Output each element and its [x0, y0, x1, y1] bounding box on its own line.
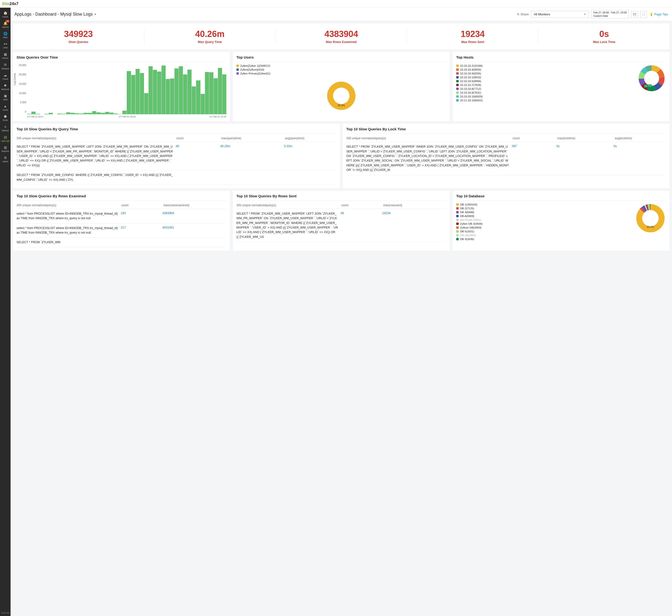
metric-link[interactable]: 46 — [341, 211, 382, 239]
aws-icon: ▣ — [0, 94, 11, 98]
settings-icon[interactable] — [640, 11, 647, 18]
nav-home[interactable]: 🏠Home — [0, 9, 11, 19]
share-icon: ↻ — [517, 12, 520, 16]
legend-item[interactable]: DB 3(2636) — [456, 237, 632, 241]
cloud-icon: ☁ — [0, 73, 11, 77]
legend-item[interactable]: 10.10.10.2(10186) — [456, 64, 635, 68]
widget-title: Top 10 Slow Queries By Rows Examined — [17, 194, 226, 201]
legend-item[interactable]: Zylker Primary[Zylker](1) — [236, 72, 446, 75]
legend-item[interactable]: 10.11.10.10(6922) — [456, 98, 635, 102]
nav-server[interactable]: ▦Server — [0, 50, 11, 61]
legend-item[interactable]: 10.10.10.5(8994) — [456, 79, 635, 83]
page-title[interactable]: AppLogs - Dashboard - Mysql Slow Logs ▼ — [14, 12, 515, 17]
calendar-icon[interactable] — [631, 11, 638, 18]
metric-link[interactable]: 4383904 — [162, 211, 225, 221]
metric-link[interactable]: 397 — [512, 145, 557, 172]
table-body[interactable]: select * from PROCESSLIST where ID=INNOD… — [17, 209, 226, 248]
widget-by-rows-sent: Top 10 Slow Queries By Rows Sent305 uniq… — [232, 190, 450, 251]
logo: Site24x7 — [2, 1, 18, 6]
widget-title: Top Users — [236, 55, 446, 62]
table-row: SELECT * FROM `ZYLKER_WM — [17, 238, 225, 247]
legend-item[interactable]: 10.10.10.7(7928) — [456, 83, 635, 87]
legend-item[interactable]: Zylker DB 3(3934) — [456, 222, 632, 226]
legend-item[interactable]: 10.10.10.9(9255) — [456, 72, 635, 75]
nav-admin[interactable]: ⚙Admin — [0, 154, 11, 164]
nav-web[interactable]: 🌐Web — [0, 30, 11, 40]
widget-title: Top 10 Slow Queries By Query Time — [17, 127, 336, 134]
metric-link[interactable]: 0s — [556, 145, 614, 172]
net-icon: ✱ — [0, 84, 11, 87]
legend-item[interactable]: Zylker[Zylker 1](349512) — [236, 64, 446, 68]
metric-link[interactable]: 4031651 — [162, 226, 225, 235]
svg-rect-1 — [643, 13, 645, 15]
legend-item[interactable]: db270odb (5501) — [456, 218, 632, 222]
table-row: SELECT * FROM `ZYLKER_WM_USER_MAPPER` IN… — [346, 142, 665, 175]
widget-title: Top Hosts — [456, 55, 666, 62]
table-body[interactable]: SELECT * FROM `ZYLKER_WM_USER_MAPPER` IN… — [346, 142, 666, 175]
metric-link[interactable] — [162, 240, 225, 245]
kpi-max-query-time: 40.26mMax Query Time — [144, 23, 276, 49]
legend-item[interactable]: DB 3(6488) — [456, 210, 632, 214]
metric-link[interactable] — [121, 240, 162, 245]
table-header: 305 unique normalizedquery(s)countmax(ro… — [236, 203, 446, 209]
table-body[interactable]: SELECT * FROM `ZYLKER_WM_USER_MAPPER` LE… — [17, 142, 336, 185]
widget-slow-over-time: Slow Queries Over Time Log Events 25,000… — [12, 52, 230, 121]
nav-network[interactable]: ✱Network — [0, 82, 11, 92]
nav-alarms[interactable]: 🔔Alarms30 — [0, 19, 11, 30]
legend: DB 1(260163)DB 2(7125)DB 3(6488)DB A(580… — [456, 203, 632, 241]
bar-chart — [17, 64, 226, 114]
legend-item[interactable]: 10.10.10.9(7631) — [456, 91, 635, 95]
metric-link[interactable]: 3.33m — [284, 145, 335, 168]
table-header: 305 unique normalizedquery(s)countmax(ro… — [17, 203, 226, 209]
table-header: 305 unique normalizedquery(s)countmax(qu… — [17, 136, 336, 142]
metric-link[interactable]: 193 — [121, 211, 162, 221]
widget-top-users: Top Users Zylker[Zylker 1](349512)Zyllim… — [232, 52, 450, 121]
widget-top-db: Top 10 Database DB 1(260163)DB 2(7125)DB… — [452, 190, 670, 251]
widget-by-query-time: Top 10 Slow Queries By Query Time305 uni… — [12, 123, 340, 188]
monitor-select[interactable]: All Monitors ▼ — [531, 11, 589, 18]
rum-icon: ⬢ — [0, 115, 11, 118]
nav-vmware[interactable]: ⧉VMware — [0, 61, 11, 71]
reports-icon: ▥ — [0, 145, 11, 149]
page-tips-link[interactable]: 💡 Page Tips — [649, 12, 668, 16]
metric-link[interactable]: 40.26m — [220, 145, 284, 168]
legend-item[interactable]: 10.10.10.8(7712) — [456, 87, 635, 91]
table-header: 305 unique normalizedquery(s)countmax(lo… — [346, 136, 666, 142]
metric-link[interactable]: 19234 — [382, 211, 445, 239]
metric-link[interactable] — [220, 173, 284, 182]
legend-item[interactable]: DB 5(3321) — [456, 229, 632, 233]
legend-item[interactable]: Zyllim[Zyllium](410) — [236, 68, 446, 72]
metric-link[interactable]: 0s — [614, 145, 665, 172]
nav-cloud[interactable]: ☁Cloud — [0, 71, 11, 82]
metric-link[interactable]: 46 — [176, 145, 220, 168]
nav-reports[interactable]: ▥Reports — [0, 144, 11, 154]
legend-item[interactable]: 10.10.10.10(6929) — [456, 95, 635, 98]
caret-down-icon: ▼ — [94, 13, 96, 16]
metrics-icon: ≡ — [0, 125, 11, 129]
legend: Zylker[Zylker 1](349512)Zyllim[Zyllium](… — [236, 64, 446, 75]
date-range[interactable]: Feb 27, 00:00 - Feb 27, 23:59 Custom Dat… — [591, 10, 629, 18]
legend-item[interactable]: 10.10.10.4(9593) — [456, 68, 635, 72]
nav-rum[interactable]: ⬢RUM — [0, 113, 11, 123]
nav-apm[interactable]: 👓APM — [0, 40, 11, 50]
table-body[interactable]: SELECT * FROM `ZYLKER_WM_USER_MAPPER` LE… — [236, 209, 446, 242]
widget-title: Top 10 Slow Queries By Lock Time — [346, 127, 666, 134]
nav-aws[interactable]: ▣AWS — [0, 92, 11, 102]
legend-item[interactable]: 10.10.10.1(9010) — [456, 75, 635, 79]
kpi-max-lock-time: 0sMax Lock Time — [538, 23, 670, 49]
legend-item[interactable]: DB 2A(2662) — [456, 233, 632, 237]
metric-link[interactable] — [176, 173, 220, 182]
widget-title: Slow Queries Over Time — [17, 55, 226, 62]
nav-applogs[interactable]: ▤AppLogs — [0, 133, 11, 144]
legend-item[interactable]: DB 2(7125) — [456, 206, 632, 210]
widget-title: Top 10 Database — [456, 194, 666, 201]
metric-link[interactable] — [284, 173, 335, 182]
nav-metrics[interactable]: ≡Metrics — [0, 123, 11, 133]
legend-item[interactable]: DB A(5809) — [456, 214, 632, 218]
legend-item[interactable]: Zyllium DB(3403) — [456, 226, 632, 229]
kpi-max-rows-sent: 19234Max Rows Sent — [407, 23, 539, 49]
metric-link[interactable]: 217 — [121, 226, 162, 235]
share-button[interactable]: ↻ Share — [517, 12, 529, 16]
nav-azure[interactable]: ▲Azure — [0, 102, 11, 113]
legend-item[interactable]: DB 1(260163) — [456, 203, 632, 206]
